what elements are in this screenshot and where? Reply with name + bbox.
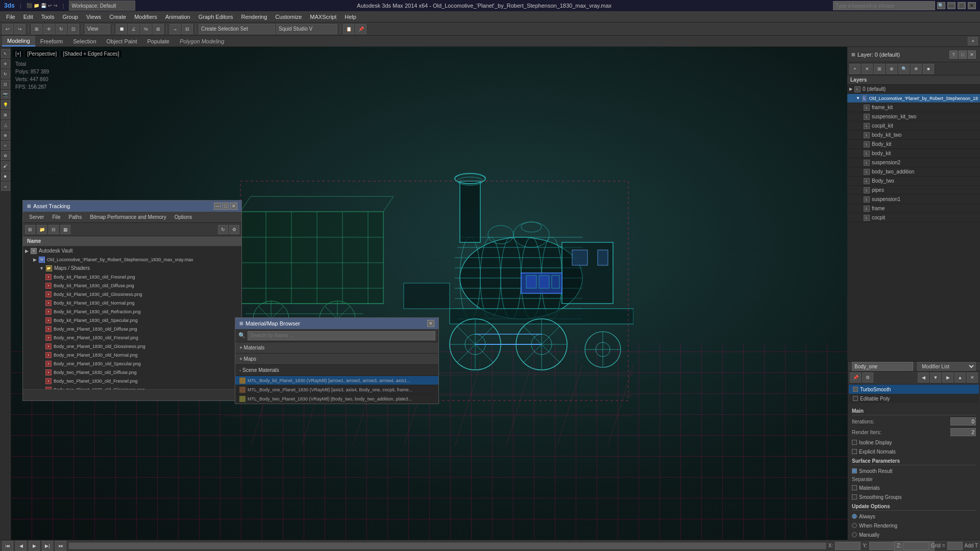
mod-pin-btn[interactable]: 📌 [850, 372, 861, 383]
mod-nav2[interactable]: ▼ [930, 372, 941, 383]
redo-btn[interactable]: ↪ [14, 24, 26, 34]
z-input[interactable] [903, 542, 929, 550]
layer-item-frame[interactable]: L frame [847, 204, 980, 213]
lt-camera[interactable]: 📷 [1, 90, 10, 99]
asset-tb2[interactable]: 📁 [37, 225, 47, 234]
asset-file-13[interactable]: ▪ Body_two_Planet_1830_old_Glossiness.pn… [23, 385, 241, 389]
mirror-btn[interactable]: ⫠ [169, 24, 181, 34]
asset-file-4[interactable]: ▪ Body_kit_Planet_1830_old_Refraction.pn… [23, 307, 241, 316]
rotate-btn[interactable]: ↻ [56, 24, 67, 34]
asset-file-row[interactable]: ▶ M Old_Locomotive_'Planet'_by_Robert_St… [23, 255, 241, 264]
layers-list[interactable]: ▶ L 0 (default) ▼ L Old_Locomotive_'Plan… [847, 85, 980, 361]
asset-file-7[interactable]: ▪ Body_one_Planet_1830_old_Fresnel.png [23, 333, 241, 342]
spinner-snap-btn[interactable]: ⊞ [153, 24, 164, 34]
x-input[interactable] [835, 542, 861, 550]
asset-tb3[interactable]: ⊟ [48, 225, 59, 234]
menu-rendering[interactable]: Rendering [237, 11, 272, 22]
asset-menu-file[interactable]: File [48, 213, 64, 221]
global-search[interactable] [833, 1, 935, 10]
layer-manager-btn[interactable]: 📋 [343, 24, 354, 34]
layer-item-cocpit[interactable]: L cocpit [847, 213, 980, 222]
layer-find-btn[interactable]: 🔍 [898, 64, 910, 74]
asset-file-0[interactable]: ▪ Body_kit_Planet_1830_old_Fresnel.png [23, 272, 241, 281]
menu-animation[interactable]: Animation [161, 11, 194, 22]
tab-object-paint[interactable]: Object Paint [102, 36, 142, 46]
layer-item-suspension2[interactable]: L suspension2 [847, 158, 980, 167]
layer-item-Body_two[interactable]: L Body_two [847, 177, 980, 186]
mod-cb-turbosmooth[interactable] [853, 387, 858, 392]
selection-set-dropdown[interactable]: Create Selection Set [199, 24, 275, 34]
tab-selection[interactable]: Selection [68, 36, 101, 46]
asset-file-5[interactable]: ▪ Body_kit_Planet_1830_old_Specular.png [23, 316, 241, 324]
mat-item-2[interactable]: MTL_Body_two_Planet_1830 (VRayMtl) [Body… [235, 394, 438, 404]
select-btn[interactable]: ⊞ [31, 24, 42, 34]
layer-item-Body_kit[interactable]: L Body_kit [847, 140, 980, 149]
asset-panel-titlebar[interactable]: ⊞ Asset Tracking — □ ✕ [23, 201, 241, 212]
lt-spacewarp[interactable]: ≈ [1, 141, 10, 150]
menu-modifiers[interactable]: Modifiers [130, 11, 161, 22]
asset-file-1[interactable]: ▪ Body_kit_Planet_1830_old_Diffuse.png [23, 281, 241, 290]
lt-shapes[interactable]: △ [1, 120, 10, 130]
close-btn[interactable]: ✕ [968, 2, 976, 9]
lt-light[interactable]: 💡 [1, 100, 10, 109]
move-btn[interactable]: ✛ [43, 24, 55, 34]
title-controls[interactable]: 🔍 — □ ✕ [833, 1, 976, 10]
menu-tools[interactable]: Tools [37, 11, 59, 22]
when-rendering-radio[interactable] [852, 523, 857, 528]
y-input[interactable] [869, 542, 895, 550]
lt-rotate[interactable]: ↻ [1, 69, 10, 79]
layer-sel-btn[interactable]: ⊞ [874, 64, 885, 74]
asset-file-9[interactable]: ▪ Body_one_Planet_1830_old_Normal.png [23, 350, 241, 359]
percent-snap-btn[interactable]: % [140, 24, 152, 34]
squid-studio-dropdown[interactable]: Squid Studio V [276, 24, 337, 34]
asset-file-8[interactable]: ▪ Body_one_Planet_1830_old_Glossiness.pn… [23, 342, 241, 350]
mat-panel-titlebar[interactable]: ⊞ Material/Map Browser ✕ [235, 318, 438, 329]
layer-item-body_kit[interactable]: L body_kit [847, 149, 980, 158]
layer-help-btn[interactable]: ? [949, 51, 958, 59]
mat-section-scene[interactable]: - Scene Materials [235, 365, 438, 376]
menu-file[interactable]: File [2, 11, 19, 22]
materials-cb[interactable] [852, 485, 857, 490]
undo-btn[interactable]: ↩ [2, 24, 13, 34]
minimize-btn[interactable]: — [947, 2, 955, 9]
lt-mirror[interactable]: ⫠ [1, 182, 10, 191]
asset-tb4[interactable]: ▦ [60, 225, 70, 234]
align-btn[interactable]: ⊟ [182, 24, 193, 34]
asset-menu-paths[interactable]: Paths [65, 213, 86, 221]
lt-paint[interactable]: 🖌 [1, 161, 10, 170]
mod-editable-poly[interactable]: Editable Poly [849, 394, 979, 403]
poly-expand-btn[interactable]: + [968, 37, 978, 45]
mod-cb-editable[interactable] [853, 396, 858, 401]
mod-turbosmooth[interactable]: TurboSmooth [849, 385, 979, 394]
timeline-end-btn[interactable]: ⏭ [55, 541, 66, 551]
asset-file-12[interactable]: ▪ Body_two_Planet_1830_old_Fresnel.png [23, 377, 241, 385]
smoothing-cb[interactable] [852, 494, 857, 499]
mat-section-maps[interactable]: + Maps [235, 354, 438, 365]
layer-item-cocpit_kit[interactable]: L cocpit_kit [847, 121, 980, 131]
menu-create[interactable]: Create [105, 11, 130, 22]
iterations-input[interactable] [950, 417, 976, 425]
mat-item-0[interactable]: MTL_Body_kit_Planet_1830 (VRayMtl) [arro… [235, 376, 438, 385]
lt-select[interactable]: ↖ [1, 49, 10, 58]
asset-maps-folder[interactable]: ▼ 📁 Maps / Shaders [23, 264, 241, 272]
asset-refresh-btn[interactable]: ↻ [218, 225, 228, 234]
mod-nav4[interactable]: ▲ [954, 372, 966, 383]
asset-menu-options[interactable]: Options [170, 213, 196, 221]
grid-input[interactable] [947, 542, 963, 550]
vp-plus-label[interactable]: [+] [13, 51, 23, 57]
menu-group[interactable]: Group [58, 11, 82, 22]
search-icon[interactable]: 🔍 [937, 2, 945, 9]
menu-views[interactable]: Views [82, 11, 105, 22]
vp-perspective-label[interactable]: [Perspective] [25, 51, 59, 57]
asset-tree[interactable]: ▶ V Autodesk Vault ▶ M Old_Locomotive_'P… [23, 246, 241, 389]
asset-menu-server[interactable]: Server [25, 213, 48, 221]
menu-help[interactable]: Help [340, 11, 360, 22]
mat-search-input[interactable] [248, 331, 435, 340]
layer-item-pipes[interactable]: L pipes [847, 186, 980, 195]
asset-max-btn[interactable]: □ [222, 203, 229, 210]
modifier-list-dropdown[interactable]: Modifier List [917, 362, 976, 371]
layer-item-suspension_kit_two[interactable]: L suspension_kit_two [847, 112, 980, 121]
scale-btn[interactable]: ⊡ [68, 24, 79, 34]
layer-item-frame_kit[interactable]: L frame_kit [847, 103, 980, 112]
time-slider[interactable] [68, 542, 826, 549]
